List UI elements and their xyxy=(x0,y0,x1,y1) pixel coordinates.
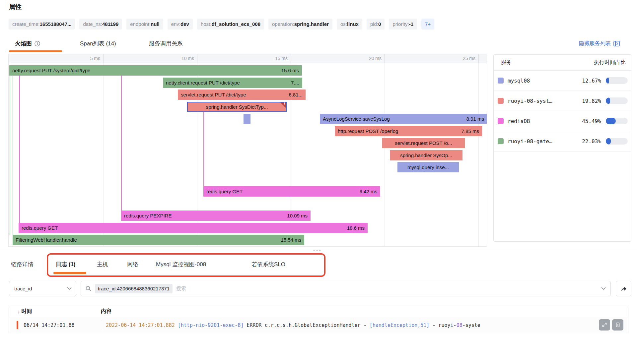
page-title: 属性 xyxy=(9,3,22,11)
flame-span[interactable]: AsyncLogService.saveSysLog8.91 ms xyxy=(320,114,487,124)
tab-logs[interactable]: 日志 (1) xyxy=(56,261,76,268)
tab-host[interactable]: 主机 xyxy=(97,261,108,268)
search-input[interactable]: trace_id:4206668488360217371 搜索 xyxy=(81,281,611,296)
flame-span[interactable]: redis.query GET9.42 ms xyxy=(203,186,380,197)
axis-tick-label: 25 ms xyxy=(463,56,475,61)
log-table: ↓ 时间 内容 06/14 14:27:01.88 2022-06-14 14:… xyxy=(9,306,628,333)
search-filter-chip[interactable]: trace_id:4206668488360217371 xyxy=(95,284,173,293)
tag-key: priority: xyxy=(392,21,409,27)
span-label: http.request POST /operlog xyxy=(338,128,398,134)
service-color-swatch xyxy=(498,98,504,104)
service-percent: 19.82% xyxy=(582,98,601,104)
splitter-drag-handle[interactable]: ••• xyxy=(313,248,322,253)
span-label: redis.query GET xyxy=(22,225,58,231)
share-icon xyxy=(620,286,627,292)
grid-line xyxy=(385,54,385,246)
log-time-column-header[interactable]: ↓ 时间 xyxy=(9,308,101,315)
flame-span[interactable]: redis.query PEXPIRE10.09 ms xyxy=(121,211,311,221)
tag-value: df_solution_ecs_008 xyxy=(211,21,260,27)
service-row[interactable]: ruoyi-08-syst…19.82% xyxy=(494,91,631,111)
service-column-header: 服务 xyxy=(501,59,512,66)
span-label: servlet.request POST /o... xyxy=(395,140,452,146)
flame-span[interactable]: netty.client.request PUT /dict/type7.... xyxy=(163,78,302,88)
active-tab-underline xyxy=(9,50,62,52)
service-name: mysql08 xyxy=(508,78,582,84)
span-connector-line xyxy=(121,76,122,211)
share-button[interactable] xyxy=(616,281,631,296)
log-message-part: [http-nio-9201-exec-8] xyxy=(178,322,247,328)
flame-span[interactable]: spring.handler SysDictTyp...! xyxy=(187,102,287,112)
tab-network[interactable]: 网络 xyxy=(127,261,138,268)
document-icon xyxy=(615,322,620,328)
service-row[interactable]: ruoyi-08-gate…22.03% xyxy=(494,131,631,152)
flame-span[interactable]: spring.handler SysOp... xyxy=(390,150,462,160)
axis-tick-label: 15 ms xyxy=(275,56,288,61)
copy-log-button[interactable] xyxy=(612,319,623,331)
tab-flame-graph[interactable]: 火焰图 xyxy=(15,40,40,47)
axis-tick-label: 5 ms xyxy=(90,56,100,61)
axis-tick xyxy=(385,54,385,63)
chevron-down-icon[interactable] xyxy=(601,287,606,290)
error-exclamation-icon: ! xyxy=(284,102,285,106)
service-list-header: 服务 执行时间占比 xyxy=(494,55,631,71)
flame-span[interactable]: redis.query GET18.6 ms xyxy=(19,223,368,233)
flame-span[interactable]: servlet.request POST /o... xyxy=(382,138,465,148)
tab-label: 火焰图 xyxy=(15,40,32,47)
service-ratio-bar xyxy=(606,138,628,145)
tag-value: 481199 xyxy=(102,21,118,27)
flame-span[interactable]: http.request POST /operlog7.85 ms xyxy=(335,126,482,136)
span-label: netty.request PUT /system/dict/type xyxy=(12,68,90,73)
service-name: ruoyi-08-syst… xyxy=(508,98,582,104)
property-tag: date_ns:481199 xyxy=(79,19,122,30)
collapse-panel-icon xyxy=(613,41,620,46)
tab-ruoyi-slo[interactable]: 若依系统SLO xyxy=(251,261,285,268)
tab-trace-detail[interactable]: 链路详情 xyxy=(11,261,34,268)
service-ratio-fill xyxy=(606,138,611,145)
log-row[interactable]: 06/14 14:27:01.88 2022-06-14 14:27:01.88… xyxy=(9,317,628,333)
flame-span[interactable]: mysql.query inse... xyxy=(397,162,459,172)
flame-graph[interactable]: 5 ms10 ms15 ms20 ms25 msnetty.request PU… xyxy=(8,54,487,247)
flame-time-axis xyxy=(9,54,487,63)
axis-tick xyxy=(478,54,479,63)
tag-value: 0 xyxy=(378,21,381,27)
flame-span[interactable]: netty.request PUT /system/dict/type15.6 … xyxy=(9,65,302,76)
flame-span[interactable]: FilteringWebHandler.handle15.54 ms xyxy=(13,235,304,245)
log-message-part: 08 xyxy=(457,322,462,328)
service-ratio-fill xyxy=(606,118,616,124)
more-tags-badge[interactable]: 7+ xyxy=(421,19,434,30)
log-message-part: - ruoyi- xyxy=(429,322,456,328)
span-label: AsyncLogService.saveSysLog xyxy=(323,116,390,122)
span-connector-line xyxy=(13,76,13,235)
search-field-select[interactable]: trace_id xyxy=(9,281,76,296)
axis-tick xyxy=(103,54,104,63)
info-icon[interactable] xyxy=(35,41,40,46)
tab-service-call-graph[interactable]: 服务调用关系 xyxy=(149,40,183,47)
log-message: 2022-06-14 14:27:01.882 [http-nio-9201-e… xyxy=(101,322,628,328)
property-tag: host:df_solution_ecs_008 xyxy=(197,19,264,30)
log-timestamp: 06/14 14:27:01.88 xyxy=(9,322,101,328)
log-message-part: [handleException,51] xyxy=(370,322,430,328)
flame-span[interactable] xyxy=(244,114,250,124)
expand-log-button[interactable] xyxy=(599,319,610,331)
tab-span-list[interactable]: Span列表 (14) xyxy=(80,40,116,47)
search-placeholder: 搜索 xyxy=(176,285,598,292)
log-time-header-label: 时间 xyxy=(22,308,32,315)
column-divider xyxy=(101,320,101,330)
flame-span[interactable]: servlet.request PUT /dict/type6.81... xyxy=(178,90,306,100)
log-severity-marker xyxy=(17,321,18,329)
span-connector-line xyxy=(10,76,10,235)
span-label: netty.client.request PUT /dict/type xyxy=(166,80,240,86)
span-label: FilteringWebHandler.handle xyxy=(16,237,77,243)
span-duration: 6.81... xyxy=(285,92,303,97)
span-duration: 15.54 ms xyxy=(277,237,301,243)
service-list-panel: 服务 执行时间占比 mysql0812.67%ruoyi-08-syst…19.… xyxy=(493,54,631,242)
tab-mysql-dashboard[interactable]: Mysql 监控视图-008 xyxy=(156,261,206,268)
hide-services-link[interactable]: 隐藏服务列表 xyxy=(579,40,620,47)
span-connector-line xyxy=(19,76,20,223)
service-row[interactable]: redis0845.49% xyxy=(494,111,631,131)
grid-line xyxy=(103,54,104,246)
search-field-value: trace_id xyxy=(14,286,32,291)
axis-tick-label: 10 ms xyxy=(181,56,194,61)
tag-value: 1655188047... xyxy=(40,21,72,27)
service-row[interactable]: mysql0812.67% xyxy=(494,71,631,91)
